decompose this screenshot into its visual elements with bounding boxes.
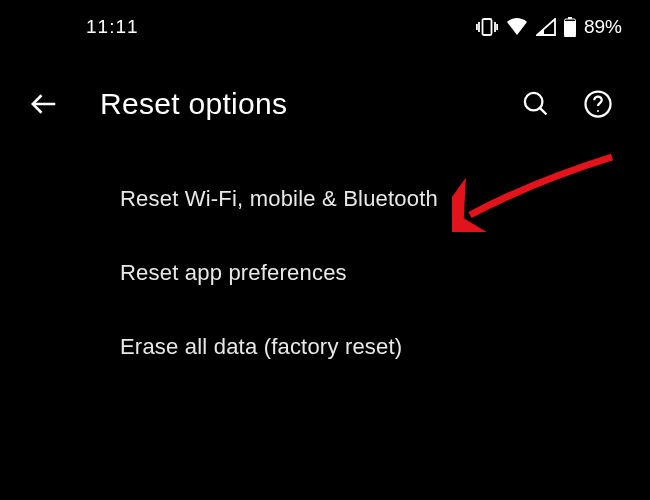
svg-rect-7 <box>564 21 575 37</box>
signal-icon <box>536 18 556 36</box>
option-label: Reset Wi-Fi, mobile & Bluetooth <box>120 186 438 211</box>
wifi-icon <box>506 18 528 36</box>
app-bar-actions <box>516 84 630 124</box>
battery-percent: 89% <box>584 16 622 38</box>
battery-icon <box>564 17 576 37</box>
svg-point-9 <box>525 93 543 111</box>
page-title: Reset options <box>88 87 496 121</box>
vibrate-icon <box>476 18 498 36</box>
svg-rect-0 <box>482 19 491 35</box>
option-reset-wifi-mobile-bluetooth[interactable]: Reset Wi-Fi, mobile & Bluetooth <box>0 162 650 236</box>
status-bar: 11:11 <box>0 0 650 50</box>
option-label: Erase all data (factory reset) <box>120 334 402 359</box>
status-time: 11:11 <box>28 16 139 38</box>
option-erase-all-data[interactable]: Erase all data (factory reset) <box>0 310 650 384</box>
back-button[interactable] <box>20 80 68 128</box>
svg-line-10 <box>540 108 546 114</box>
options-list: Reset Wi-Fi, mobile & Bluetooth Reset ap… <box>0 148 650 384</box>
help-button[interactable] <box>578 84 618 124</box>
search-button[interactable] <box>516 84 556 124</box>
svg-point-12 <box>597 110 599 112</box>
option-label: Reset app preferences <box>120 260 347 285</box>
status-right: 89% <box>476 16 622 38</box>
option-reset-app-preferences[interactable]: Reset app preferences <box>0 236 650 310</box>
app-bar: Reset options <box>0 50 650 148</box>
